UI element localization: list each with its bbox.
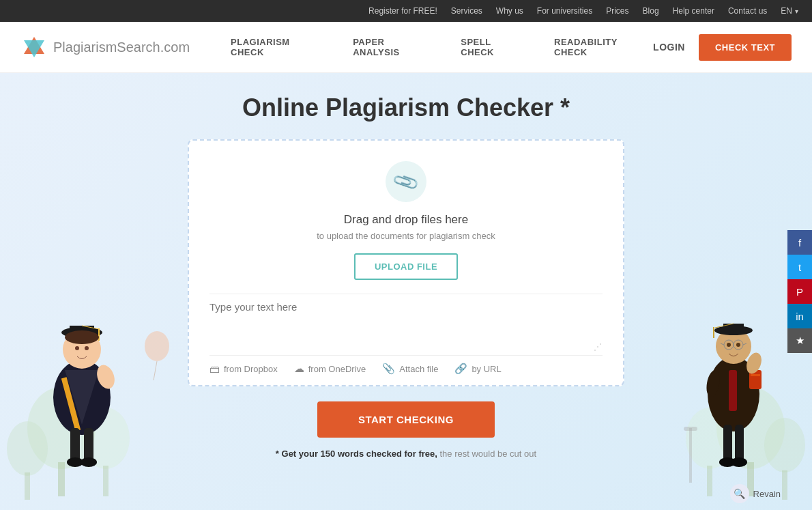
attach-file-option[interactable]: 📎 Attach file xyxy=(382,363,438,375)
clip-icon-box: 📎 xyxy=(386,161,426,202)
twitter-button[interactable]: t xyxy=(787,255,812,279)
svg-point-33 xyxy=(81,457,97,467)
main-nav: PlagiarismSearch.com PLAGIARISM CHECK PA… xyxy=(0,22,812,73)
disclaimer-rest: the rest would be cut out xyxy=(439,449,536,459)
onedrive-option[interactable]: ☁ from OneDrive xyxy=(294,363,366,375)
register-link[interactable]: Register for FREE! xyxy=(368,6,437,16)
disclaimer-bold: * Get your 150 words checked for free, xyxy=(276,449,437,459)
svg-rect-52 xyxy=(723,425,732,462)
star-button[interactable]: ★ xyxy=(787,328,812,353)
text-input-area: ⋰ xyxy=(209,301,603,352)
social-sidebar: f t P in ★ xyxy=(787,230,812,353)
attach-label: Attach file xyxy=(399,364,438,374)
top-bar: Register for FREE! Services Why us For u… xyxy=(0,0,812,22)
graduate-left-character xyxy=(27,288,136,472)
nav-right: LOGIN CHECK TEXT xyxy=(653,34,792,61)
onedrive-label: from OneDrive xyxy=(308,364,366,374)
services-link[interactable]: Services xyxy=(451,6,482,16)
url-icon: 🔗 xyxy=(454,363,467,375)
facebook-button[interactable]: f xyxy=(787,230,812,255)
check-text-button[interactable]: CHECK TEXT xyxy=(699,34,792,61)
pinterest-button[interactable]: P xyxy=(787,279,812,304)
graduate-right-character xyxy=(689,288,778,472)
dropbox-label: from Dropbox xyxy=(224,364,278,374)
prices-link[interactable]: Prices xyxy=(606,6,628,16)
nav-links: PLAGIARISM CHECK PAPER ANALYSIS SPELL CH… xyxy=(231,37,653,57)
attach-icon: 📎 xyxy=(382,363,395,375)
paperclip-icon: 📎 xyxy=(391,167,420,197)
svg-rect-13 xyxy=(782,470,787,500)
upload-box: 📎 Drag and drop files here to upload the… xyxy=(188,139,624,386)
upload-file-button[interactable]: UPLOAD FILE xyxy=(354,253,458,280)
svg-point-55 xyxy=(731,457,747,467)
logo[interactable]: PlagiarismSearch.com xyxy=(20,33,190,61)
page-title: Online Plagiarism Checker * xyxy=(242,94,570,122)
blog-link[interactable]: Blog xyxy=(643,6,659,16)
svg-point-28 xyxy=(75,346,79,350)
nav-spell-check[interactable]: SPELL CHECK xyxy=(461,37,527,57)
main-content: Online Plagiarism Checker * 📎 Drag and d… xyxy=(0,73,812,510)
revain-label: Revain xyxy=(753,489,781,499)
svg-point-27 xyxy=(65,330,99,344)
linkedin-button[interactable]: in xyxy=(787,304,812,328)
nav-paper-analysis[interactable]: PAPER ANALYSIS xyxy=(353,37,433,57)
svg-point-8 xyxy=(145,331,169,361)
svg-rect-53 xyxy=(735,425,744,462)
svg-rect-40 xyxy=(713,327,714,338)
by-url-option[interactable]: 🔗 by URL xyxy=(454,363,501,375)
start-checking-button[interactable]: START CHECKING xyxy=(317,401,495,438)
svg-point-29 xyxy=(85,346,89,350)
onedrive-icon: ☁ xyxy=(294,363,304,375)
svg-point-46 xyxy=(736,343,740,347)
nav-readability-check[interactable]: READABILITY CHECK xyxy=(554,37,653,57)
svg-rect-5 xyxy=(25,472,30,500)
universities-link[interactable]: For universities xyxy=(537,6,592,16)
svg-rect-31 xyxy=(84,428,93,462)
svg-rect-35 xyxy=(729,370,737,411)
svg-rect-38 xyxy=(723,324,744,331)
svg-point-45 xyxy=(727,343,731,347)
contact-link[interactable]: Contact us xyxy=(728,6,767,16)
revain-icon: 🔍 xyxy=(730,484,749,503)
logo-text: PlagiarismSearch.com xyxy=(53,40,190,55)
bottom-options: 🗃 from Dropbox ☁ from OneDrive 📎 Attach … xyxy=(209,355,603,375)
svg-rect-42 xyxy=(751,374,760,376)
text-input[interactable] xyxy=(209,301,603,349)
revain-badge: 🔍 Revain xyxy=(730,484,781,503)
drag-drop-text: Drag and drop files here xyxy=(344,213,468,227)
resize-handle[interactable]: ⋰ xyxy=(593,342,603,352)
logo-icon xyxy=(20,33,48,61)
nav-plagiarism-check[interactable]: PLAGIARISM CHECK xyxy=(231,37,325,57)
upload-subtext: to upload the documents for plagiarism c… xyxy=(317,231,495,241)
svg-line-9 xyxy=(154,361,157,380)
login-button[interactable]: LOGIN xyxy=(653,42,685,53)
help-link[interactable]: Help center xyxy=(673,6,714,16)
dropbox-option[interactable]: 🗃 from Dropbox xyxy=(209,363,278,375)
url-label: by URL xyxy=(472,364,501,374)
disclaimer: * Get your 150 words checked for free, t… xyxy=(276,449,536,459)
lang-selector[interactable]: EN ▾ xyxy=(781,6,798,16)
dropbox-icon: 🗃 xyxy=(209,363,220,375)
why-us-link[interactable]: Why us xyxy=(496,6,523,16)
svg-rect-30 xyxy=(70,428,80,462)
upload-area: 📎 Drag and drop files here to upload the… xyxy=(209,161,603,294)
